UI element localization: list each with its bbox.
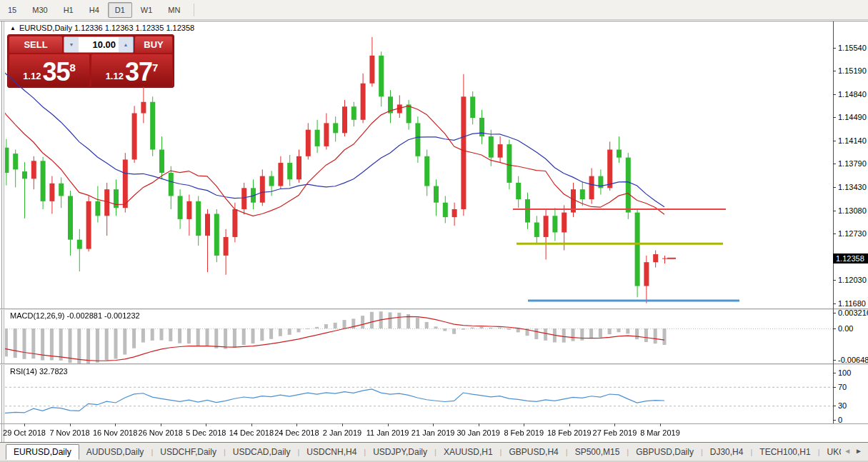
price-tick-mark — [833, 211, 836, 211]
price-tick-mark — [833, 48, 836, 49]
indicator-tick-label: 70 — [838, 383, 847, 391]
date-tick-mark — [24, 423, 25, 426]
chart-tab-audusd-daily[interactable]: AUDUSD,Daily — [79, 445, 151, 459]
date-tick-mark — [614, 423, 615, 426]
indicator-tick-label: 100 — [838, 368, 851, 377]
price-tick-label: 1.14490 — [838, 113, 867, 121]
timeframe-button-d1[interactable]: D1 — [108, 2, 132, 18]
trading-platform-window: 15M30H1H4D1W1MN ▲EURUSD,Daily 1.12336 1.… — [0, 0, 868, 462]
timeframe-toolbar[interactable]: 15M30H1H4D1W1MN — [0, 0, 868, 20]
price-tick-label: 1.13430 — [838, 183, 867, 191]
window-left-border — [1, 21, 2, 442]
date-tick-mark — [70, 423, 71, 426]
date-label: 11 Jan 2019 — [366, 428, 409, 437]
price-tick-mark — [833, 280, 836, 281]
date-label: 16 Nov 2018 — [93, 428, 137, 437]
timeframe-button-m30[interactable]: M30 — [25, 2, 54, 18]
price-tick-mark — [833, 187, 836, 188]
indicator-tick-mark — [833, 406, 836, 406]
indicator-tick-mark — [833, 387, 836, 388]
timeframe-button-h1[interactable]: H1 — [56, 2, 81, 18]
price-tick-label: 1.15190 — [838, 66, 867, 75]
tab-scroll-left-icon[interactable]: ◄ — [844, 447, 851, 455]
date-tick-mark — [479, 423, 479, 426]
rsi-indicator-canvas[interactable] — [5, 365, 833, 423]
date-label: 29 Oct 2018 — [3, 428, 46, 437]
chart-tab-bar: EURUSD,DailyAUDUSD,Daily|USDCHF,Daily|US… — [0, 443, 868, 461]
date-label: 8 Feb 2019 — [504, 428, 544, 437]
price-tick-mark — [833, 164, 836, 164]
price-tick-label: 1.14140 — [838, 136, 867, 145]
date-label: 21 Jan 2019 — [411, 428, 455, 437]
indicator-tick-label: 0 — [838, 416, 842, 424]
chart-tab-usdcad-daily[interactable]: USDCAD,Daily — [226, 445, 298, 459]
timeframe-button-w1[interactable]: W1 — [134, 2, 160, 18]
indicator-tick-mark — [833, 313, 836, 313]
chart-tab-gbpusd-h4[interactable]: GBPUSD,H4 — [502, 445, 565, 459]
chart-tab-eurusd-daily[interactable]: EURUSD,Daily — [6, 444, 79, 460]
chart-tab-usdcnh-h4[interactable]: USDCNH,H4 — [299, 445, 364, 459]
price-tick-label: 1.14840 — [838, 90, 867, 99]
price-tick-label: 1.13080 — [838, 206, 867, 215]
date-label: 30 Jan 2019 — [457, 428, 500, 437]
date-tick-mark — [296, 423, 297, 426]
current-price-badge: 1.12358 — [833, 253, 868, 263]
price-tick-label: 1.12030 — [838, 276, 867, 284]
date-label: 7 Nov 2018 — [49, 428, 89, 437]
date-tick-mark — [524, 423, 524, 426]
date-label: 5 Dec 2018 — [186, 428, 226, 437]
date-label: 26 Nov 2018 — [139, 428, 183, 437]
rsi-label-row: RSI(14) 32.7823 — [10, 367, 68, 376]
chart-tab-tech100-h1[interactable]: TECH100,H1 — [752, 445, 817, 459]
chart-tab-xauusd-h1[interactable]: XAUUSD,H1 — [437, 445, 500, 459]
macd-values: -0.002881 -0.001232 — [66, 311, 139, 320]
timeframe-button-15[interactable]: 15 — [1, 2, 24, 18]
price-tick-label: 1.15540 — [838, 44, 867, 52]
timeframe-button-h4[interactable]: H4 — [82, 2, 106, 18]
price-tick-mark — [833, 303, 836, 304]
price-tick-mark — [833, 94, 836, 95]
price-tick-mark — [833, 117, 836, 118]
date-tick-mark — [342, 423, 343, 426]
chart-tab-dj30-h4[interactable]: DJ30,H4 — [703, 445, 751, 459]
date-tick-mark — [206, 423, 206, 426]
date-label: 8 Mar 2019 — [640, 428, 680, 437]
indicator-tick-label: 0.003216 — [838, 308, 868, 317]
date-tick-mark — [115, 423, 116, 426]
date-tick-mark — [161, 423, 161, 426]
chart-tab-usdjpy-daily[interactable]: USDJPY,Daily — [366, 445, 434, 459]
macd-label-row: MACD(12,26,9) -0.002881 -0.001232 — [10, 311, 140, 320]
date-label: 2 Jan 2019 — [323, 428, 361, 437]
date-label: 18 Feb 2019 — [547, 428, 592, 437]
chart-tab-gbpusd-daily[interactable]: GBPUSD,Daily — [629, 445, 701, 459]
price-tick-mark — [833, 71, 836, 71]
indicator-tick-label: 0.00 — [838, 324, 853, 333]
toolbar-separator — [194, 4, 194, 16]
window-left-border-inner — [4, 21, 4, 442]
rsi-value: 32.7823 — [39, 367, 68, 376]
rsi-title: RSI(14) — [10, 367, 37, 376]
main-chart-canvas[interactable] — [5, 21, 833, 308]
chart-tab-sp500-m15[interactable]: SP500,M15 — [568, 445, 627, 459]
price-tick-label: 1.13790 — [838, 159, 867, 168]
indicator-tick-mark — [833, 360, 836, 361]
date-axis[interactable]: 29 Oct 20187 Nov 201816 Nov 201826 Nov 2… — [0, 424, 833, 442]
tab-scroll-buttons: ◄ ► — [841, 446, 865, 456]
date-tick-mark — [251, 423, 252, 426]
price-tick-mark — [833, 233, 836, 234]
date-tick-mark — [433, 423, 434, 426]
date-label: 27 Feb 2019 — [593, 428, 637, 437]
chart-tab-usdchf-daily[interactable]: USDCHF,Daily — [153, 445, 224, 459]
date-label: 24 Dec 2018 — [274, 428, 319, 437]
price-tick-label: 1.11680 — [838, 299, 866, 308]
timeframe-button-mn[interactable]: MN — [161, 2, 187, 18]
tab-scroll-right-icon[interactable]: ► — [855, 447, 862, 455]
macd-title: MACD(12,26,9) — [10, 311, 64, 320]
price-tick-mark — [833, 141, 836, 141]
date-label: 14 Dec 2018 — [229, 428, 274, 437]
price-tick-label: 1.12730 — [838, 229, 867, 238]
date-tick-mark — [660, 423, 661, 426]
date-tick-mark — [388, 423, 389, 426]
indicator-tick-mark — [833, 328, 836, 329]
price-axis[interactable]: 1.155401.151901.148401.144901.141401.137… — [834, 21, 868, 423]
